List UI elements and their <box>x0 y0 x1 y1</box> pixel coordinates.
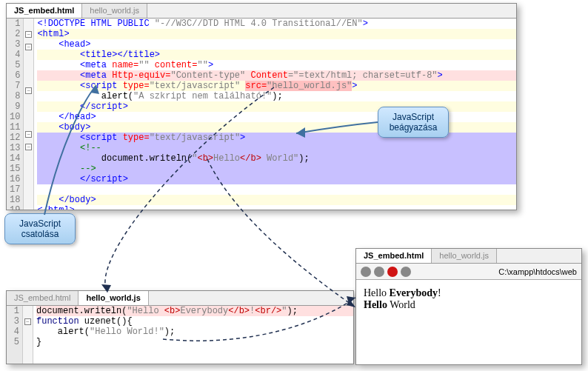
second-code-area: 1345 − document.writeln("Hello <b>Everyb… <box>7 306 353 364</box>
code-line[interactable]: --> <box>37 164 516 174</box>
code-line[interactable]: <meta Http-equiv="Content-type" Content=… <box>37 70 516 81</box>
fold-toggle-icon[interactable]: − <box>25 144 32 150</box>
browser-output-line: Hello Everybody! <box>364 287 574 299</box>
code-line[interactable]: document.writeln("Hello <b>Everybody</b>… <box>36 306 353 316</box>
tab-JS_embed-html[interactable]: JS_embed.html <box>7 4 82 18</box>
callout-attach: JavaScript csatolása <box>4 213 76 244</box>
tab-JS_embed-html[interactable]: JS_embed.html <box>7 291 78 305</box>
fold-toggle-icon[interactable]: − <box>24 318 31 325</box>
code-line[interactable]: <title></title> <box>37 50 516 60</box>
callout-attach-l2: csatolása <box>13 229 67 239</box>
fold-toggle-icon[interactable]: − <box>25 131 32 138</box>
callout-embed-l2: beágyazása <box>386 122 441 133</box>
fold-toggle-icon[interactable]: − <box>25 44 32 50</box>
line-number: 10 <box>10 112 20 122</box>
nav-forward-icon[interactable] <box>374 267 384 277</box>
second-editor-pane: JS_embed.htmlhello_world.js 1345 − docum… <box>6 290 354 364</box>
code-line[interactable]: </body> <box>37 195 516 205</box>
second-editor-tabs: JS_embed.htmlhello_world.js <box>7 291 353 306</box>
code-line[interactable]: } <box>36 337 353 347</box>
address-text: C:\xampp\htdocs\web <box>498 267 577 276</box>
browser-tabs: JS_embed.htmlhello_world.js <box>356 249 581 264</box>
browser-content: Hello Everybody!Hello World <box>356 280 581 318</box>
line-number: 6 <box>10 70 20 81</box>
line-number: 1 <box>10 19 20 29</box>
line-number: 16 <box>10 174 20 184</box>
callout-attach-l1: JavaScript <box>13 218 67 229</box>
browser-toolbar: C:\xampp\htdocs\web <box>356 264 581 280</box>
line-number: 9 <box>10 101 20 112</box>
code-line[interactable]: document.writeln("<b>Hello</b> World"); <box>37 153 516 164</box>
line-number: 3 <box>10 316 19 327</box>
tab-hello_world-js[interactable]: hello_world.js <box>432 249 497 263</box>
line-number: 19 <box>10 205 20 210</box>
line-number: 5 <box>10 337 19 347</box>
reload-icon[interactable] <box>401 267 411 277</box>
code-line[interactable]: </html> <box>37 205 516 210</box>
line-number: 2 <box>10 29 20 39</box>
line-number: 13 <box>10 143 20 153</box>
browser-preview-pane: JS_embed.htmlhello_world.js C:\xampp\htd… <box>355 248 582 365</box>
code-line[interactable]: <meta name="" content=""> <box>37 60 516 70</box>
tab-JS_embed-html[interactable]: JS_embed.html <box>356 249 432 263</box>
line-number: 15 <box>10 164 20 174</box>
fold-toggle-icon[interactable]: − <box>25 87 32 94</box>
line-number: 5 <box>10 60 20 70</box>
line-number: 17 <box>10 184 20 195</box>
line-number: 1 <box>10 306 19 316</box>
second-fold-column: − <box>23 306 33 364</box>
main-fold-column: −−−−− <box>24 19 34 210</box>
line-number: 18 <box>10 195 20 205</box>
code-line[interactable]: alert("A szkript nem található!"); <box>37 91 516 101</box>
line-number: 11 <box>10 122 20 133</box>
code-line[interactable]: <!-- <box>37 143 516 153</box>
callout-embed-l1: JavaScript <box>386 112 441 122</box>
line-number: 12 <box>10 133 20 143</box>
code-line[interactable]: function uzenet(){ <box>36 316 353 327</box>
line-number: 8 <box>10 91 20 101</box>
browser-output-line: Hello World <box>364 299 574 311</box>
second-code-lines[interactable]: document.writeln("Hello <b>Everybody</b>… <box>33 306 353 364</box>
code-line[interactable]: alert("Hello World!"); <box>36 327 353 337</box>
nav-back-icon[interactable] <box>361 267 371 277</box>
line-number: 3 <box>10 39 20 50</box>
code-line[interactable] <box>37 184 516 195</box>
stop-icon[interactable] <box>387 267 398 277</box>
line-number: 4 <box>10 327 19 337</box>
code-line[interactable]: </script> <box>37 174 516 184</box>
line-number: 7 <box>10 81 20 91</box>
main-line-gutter: 12345678910111213141516171819 <box>7 19 24 210</box>
callout-embed: JavaScript beágyazása <box>378 107 449 138</box>
fold-toggle-icon[interactable]: − <box>25 31 32 38</box>
code-line[interactable]: <script type="text/javascript" src="hell… <box>37 81 516 91</box>
code-line[interactable]: <html> <box>37 29 516 39</box>
tab-hello_world-js[interactable]: hello_world.js <box>82 4 147 18</box>
tab-hello_world-js[interactable]: hello_world.js <box>78 291 148 305</box>
main-editor-tabs: JS_embed.htmlhello_world.js <box>7 4 516 19</box>
line-number: 4 <box>10 50 20 60</box>
code-line[interactable]: <!DOCTYPE HTML PUBLIC "-//W3C//DTD HTML … <box>37 19 516 29</box>
second-line-gutter: 1345 <box>7 306 23 364</box>
code-line[interactable]: <head> <box>37 39 516 50</box>
line-number: 14 <box>10 153 20 164</box>
